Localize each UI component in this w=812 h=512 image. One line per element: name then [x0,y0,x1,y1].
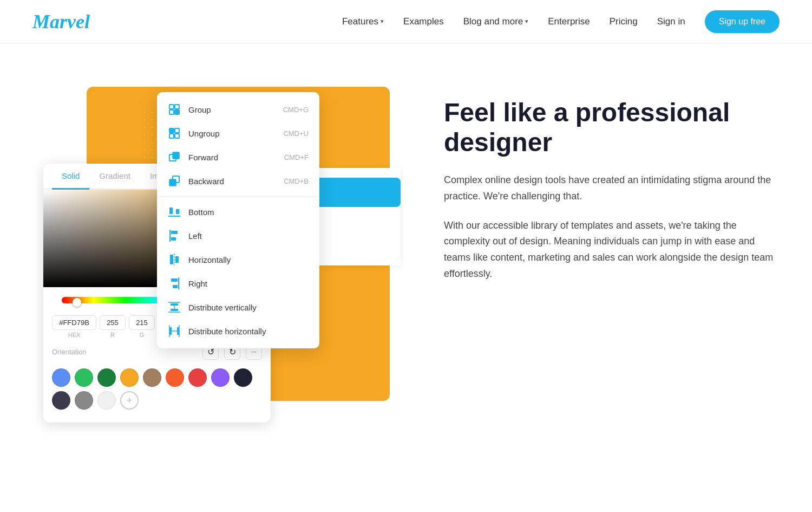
svg-rect-13 [176,209,179,214]
menu-horizontally-label: Horizontally [188,255,231,264]
r-label: R [110,332,115,338]
svg-rect-6 [169,134,174,138]
hero-text: Feel like a professional designer Comple… [444,76,780,295]
menu-ungroup[interactable]: Ungroup CMD+U [157,121,319,145]
swatch-green[interactable] [75,368,93,387]
menu-align-left[interactable]: Left [157,224,319,248]
align-bottom-icon [168,205,181,218]
r-input[interactable] [100,315,126,330]
menu-dist-v-label: Distribute vertically [188,303,257,312]
svg-rect-12 [169,208,173,214]
svg-rect-25 [171,309,178,311]
svg-rect-9 [173,152,179,159]
hero-paragraph-1: Complex online design tools have created… [444,172,780,204]
dist-h-icon [168,325,181,338]
orientation-label: Orientation [52,348,197,356]
svg-rect-0 [169,105,174,109]
menu-forward-shortcut: CMD+F [284,153,309,161]
nav-features[interactable]: Features ▾ [342,16,384,27]
nav-blog[interactable]: Blog and more ▾ [463,16,529,27]
logo[interactable]: Marvel [32,10,90,33]
menu-left-label: Left [188,231,202,241]
menu-bottom-label: Bottom [188,208,214,217]
nav-enterprise[interactable]: Enterprise [548,16,590,27]
hex-input-group: HEX [52,315,96,338]
svg-rect-22 [173,285,178,288]
svg-rect-21 [171,278,178,282]
tab-solid[interactable]: Solid [52,164,89,190]
hex-input[interactable] [52,315,96,330]
signup-button[interactable]: Sign up free [705,10,780,33]
swatch-red[interactable] [188,368,207,387]
menu-ungroup-label: Ungroup [188,129,220,138]
swatch-gray[interactable] [75,391,93,410]
ui-illustration: Group CMD+G Ungroup CMD+U [43,76,401,423]
r-input-group: R [100,315,126,338]
hue-thumb[interactable] [73,298,81,307]
menu-dist-h-label: Distribute horizontally [188,327,266,336]
menu-ungroup-shortcut: CMD+U [283,129,309,138]
svg-rect-2 [169,110,174,114]
tab-gradient[interactable]: Gradient [89,164,140,189]
swatch-near-black[interactable] [234,368,252,387]
hero-paragraph-2: With our accessible library of templates… [444,218,780,282]
menu-forward-label: Forward [188,153,218,162]
svg-rect-15 [171,231,178,234]
hex-label: HEX [68,332,81,338]
nav-links: Features ▾ Examples Blog and more ▾ Ente… [342,10,780,33]
g-input[interactable] [129,315,155,330]
svg-rect-3 [175,110,179,114]
menu-align-right[interactable]: Right [157,271,319,295]
svg-rect-16 [171,237,176,241]
svg-rect-18 [170,255,173,264]
menu-group-label: Group [188,105,211,114]
nav-pricing[interactable]: Pricing [610,16,638,27]
swatch-purple[interactable] [211,368,230,387]
g-input-group: G [129,315,155,338]
group-icon [168,103,181,116]
hero-headline: Feel like a professional designer [444,98,780,157]
menu-backward[interactable]: Backward CMD+B [157,169,319,193]
swatch-orange[interactable] [120,368,139,387]
dist-v-icon [168,301,181,314]
color-swatches: + [43,364,271,414]
g-label: G [140,332,145,338]
navbar: Marvel Features ▾ Examples Blog and more… [0,0,812,43]
blog-caret: ▾ [525,18,528,25]
svg-rect-19 [175,256,179,263]
menu-forward[interactable]: Forward CMD+F [157,145,319,169]
backward-icon [168,174,181,187]
main-content: Group CMD+G Ungroup CMD+U [0,43,812,455]
signin-link[interactable]: Sign in [657,16,685,27]
swatch-light[interactable] [97,391,116,410]
menu-right-label: Right [188,279,207,288]
align-h-icon [168,253,181,266]
menu-align-horizontally[interactable]: Horizontally [157,248,319,271]
swatch-brown[interactable] [143,368,161,387]
menu-distribute-h[interactable]: Distribute horizontally [157,319,319,343]
align-left-icon [168,229,181,242]
menu-backward-label: Backward [188,177,224,186]
forward-icon [168,151,181,164]
svg-rect-1 [175,105,179,109]
svg-rect-11 [169,179,176,186]
menu-distribute-v[interactable]: Distribute vertically [157,295,319,319]
menu-align-bottom[interactable]: Bottom [157,200,319,224]
swatch-blue[interactable] [52,368,70,387]
swatch-dark-green[interactable] [97,368,116,387]
align-right-icon [168,277,181,290]
nav-examples[interactable]: Examples [403,16,444,27]
menu-backward-shortcut: CMD+B [284,177,309,185]
ungroup-icon [168,127,181,140]
svg-rect-7 [175,134,179,138]
swatch-dark-gray[interactable] [52,391,70,410]
menu-group[interactable]: Group CMD+G [157,98,319,121]
svg-rect-5 [175,128,179,133]
add-swatch-button[interactable]: + [120,391,139,410]
svg-rect-24 [171,303,178,306]
menu-divider-1 [157,196,319,197]
menu-group-shortcut: CMD+G [283,106,309,114]
svg-rect-4 [169,128,174,133]
swatch-orange-red[interactable] [166,368,184,387]
context-menu: Group CMD+G Ungroup CMD+U [157,92,319,348]
